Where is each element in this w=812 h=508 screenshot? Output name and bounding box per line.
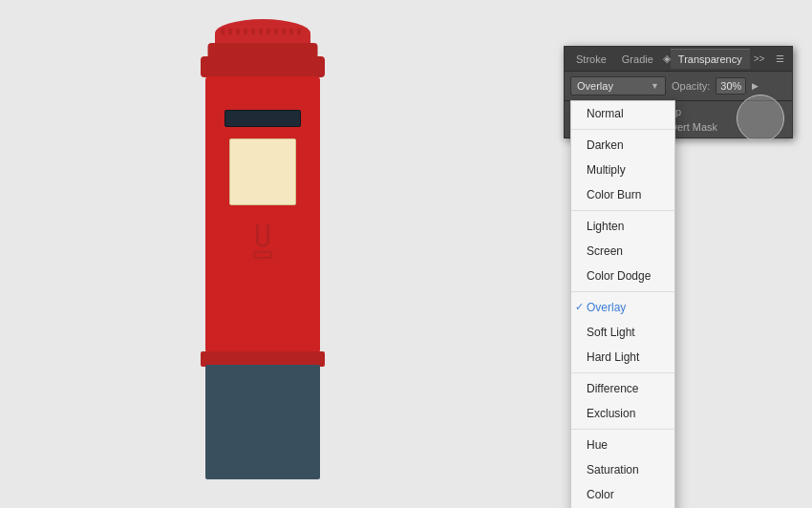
postbox-handle (256, 224, 269, 247)
tab-stroke[interactable]: Stroke (568, 50, 614, 69)
opacity-label: Opacity: (672, 80, 710, 92)
tabs-overflow-button[interactable]: >> (750, 52, 769, 66)
blend-option-soft-light[interactable]: Soft Light (571, 320, 674, 345)
panel-tab-icon: ◈ (663, 53, 671, 65)
blend-option-color-burn[interactable]: Color Burn (571, 182, 674, 207)
dropdown-separator-3 (571, 291, 674, 292)
panel-tab-bar: Stroke Gradie ◈ Transparency >> ☰ (565, 47, 792, 72)
blend-mode-dropdown-menu: Normal Darken Multiply Color Burn Lighte… (570, 100, 675, 508)
blend-mode-dropdown[interactable]: Overlay ▼ (570, 76, 666, 95)
dropdown-separator-1 (571, 129, 674, 130)
canvas: Stroke Gradie ◈ Transparency >> ☰ Overla… (0, 0, 812, 508)
tab-gradient[interactable]: Gradie (614, 50, 661, 69)
blend-dropdown-arrow: ▼ (651, 81, 659, 91)
blend-option-overlay[interactable]: Overlay (571, 295, 674, 320)
postbox-base (205, 365, 320, 479)
transparency-panel: Stroke Gradie ◈ Transparency >> ☰ Overla… (564, 46, 793, 138)
opacity-value[interactable]: 30% (716, 77, 746, 95)
dropdown-separator-4 (571, 372, 674, 373)
blend-mode-label: Overlay (577, 80, 647, 92)
tabs-menu-button[interactable]: ☰ (772, 52, 788, 66)
tab-transparency[interactable]: Transparency (671, 49, 750, 69)
postbox-cap (201, 56, 325, 77)
postbox-slot (224, 110, 301, 127)
blend-option-exclusion[interactable]: Exclusion (571, 401, 674, 426)
blend-option-difference[interactable]: Difference (571, 376, 674, 401)
blend-option-multiply[interactable]: Multiply (571, 158, 674, 182)
dropdown-separator-5 (571, 429, 674, 430)
dropdown-separator-2 (571, 210, 674, 211)
blend-option-color-dodge[interactable]: Color Dodge (571, 264, 674, 288)
postbox-dome-ring (208, 43, 318, 56)
opacity-arrow[interactable]: ▶ (752, 81, 759, 91)
blend-option-screen[interactable]: Screen (571, 239, 674, 264)
blend-option-lighten[interactable]: Lighten (571, 214, 674, 239)
blend-option-normal[interactable]: Normal (571, 101, 674, 126)
postbox-handle-plate (253, 251, 272, 259)
postbox-label (229, 138, 296, 205)
blend-preview-circle (737, 95, 784, 142)
blend-option-darken[interactable]: Darken (571, 133, 674, 158)
blend-option-hard-light[interactable]: Hard Light (571, 345, 674, 370)
blend-option-saturation[interactable]: Saturation (571, 457, 674, 482)
postbox-illustration (172, 19, 353, 487)
blend-option-color[interactable]: Color (571, 482, 674, 507)
panel-tabs-overflow: >> ☰ (750, 52, 789, 66)
blend-option-hue[interactable]: Hue (571, 433, 674, 457)
postbox-dome-detail (221, 29, 305, 34)
postbox-handle-area (248, 224, 277, 272)
postbox-body (205, 76, 320, 353)
